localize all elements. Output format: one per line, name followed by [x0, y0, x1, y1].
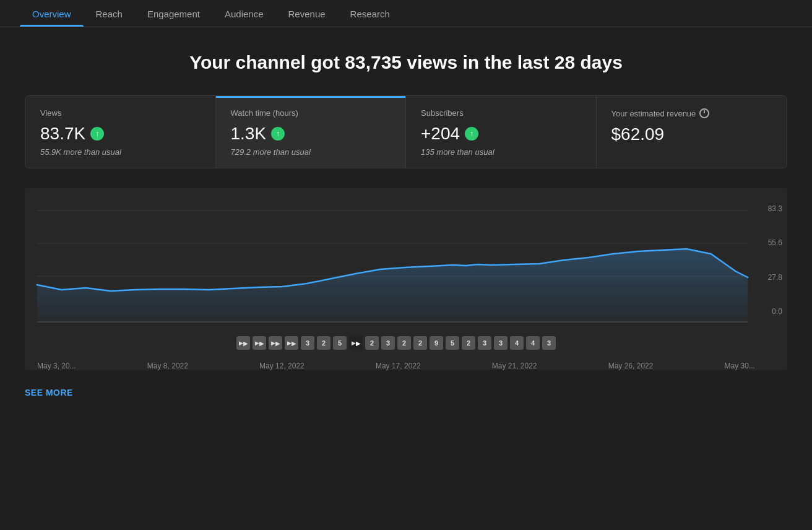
stat-change-subscribers: 135 more than usual	[421, 147, 581, 157]
main-nav: Overview Reach Engagement Audience Reven…	[0, 0, 812, 27]
x-label-3: May 17, 2022	[376, 362, 421, 370]
marker-17[interactable]: 4	[510, 336, 524, 350]
marker-6[interactable]: 5	[333, 336, 347, 350]
y-label-bot: 0.0	[760, 307, 782, 316]
chart-svg	[25, 198, 760, 334]
marker-5[interactable]: 2	[317, 336, 330, 350]
stat-value-watchtime: 1.3K ↑	[231, 124, 391, 144]
stat-label-views: Views	[40, 108, 201, 118]
x-label-0: May 3, 20...	[37, 362, 76, 370]
chart-container: 83.3 55.6 27.8 0.0 ▶▶▶▶325▶232295233443 …	[25, 188, 787, 370]
video-markers-row: ▶▶▶▶325▶232295233443	[25, 334, 787, 352]
stat-value-subscribers: +204 ↑	[421, 124, 581, 144]
marker-3[interactable]: ▶	[285, 336, 298, 350]
chart-svg-wrap: 83.3 55.6 27.8 0.0	[25, 198, 787, 334]
y-label-top: 83.3	[760, 204, 782, 213]
clock-icon	[699, 108, 709, 118]
stat-change-watchtime: 729.2 more than usual	[231, 147, 391, 157]
marker-11[interactable]: 2	[413, 336, 427, 350]
markers-list: ▶▶▶▶325▶232295233443	[37, 336, 755, 350]
up-arrow-subscribers: ↑	[465, 127, 478, 141]
marker-9[interactable]: 3	[381, 336, 395, 350]
x-label-4: May 21, 2022	[492, 362, 537, 370]
up-arrow-views: ↑	[90, 127, 104, 141]
nav-item-reach[interactable]: Reach	[84, 0, 135, 27]
nav-item-audience[interactable]: Audience	[212, 0, 276, 27]
marker-15[interactable]: 3	[478, 336, 491, 350]
stat-label-revenue: Your estimated revenue	[611, 108, 772, 118]
stat-value-views: 83.7K ↑	[40, 124, 201, 144]
stat-change-views: 55.9K more than usual	[40, 147, 201, 157]
nav-item-revenue[interactable]: Revenue	[276, 0, 338, 27]
x-label-5: May 26, 2022	[608, 362, 654, 370]
stat-card-views: Views 83.7K ↑ 55.9K more than usual	[25, 96, 216, 168]
y-label-mid2: 27.8	[760, 273, 782, 282]
marker-16[interactable]: 3	[494, 336, 508, 350]
marker-2[interactable]: ▶	[269, 336, 282, 350]
stat-label-watchtime: Watch time (hours)	[231, 108, 391, 118]
nav-item-engagement[interactable]: Engagement	[135, 0, 212, 27]
marker-1[interactable]: ▶	[253, 336, 266, 350]
x-label-1: May 8, 2022	[147, 362, 188, 370]
stat-label-subscribers: Subscribers	[421, 108, 581, 118]
marker-0[interactable]: ▶	[236, 336, 250, 350]
marker-10[interactable]: 2	[397, 336, 411, 350]
stat-cards: Views 83.7K ↑ 55.9K more than usual Watc…	[25, 95, 787, 168]
marker-4[interactable]: 3	[301, 336, 314, 350]
stat-value-revenue: $62.09	[611, 124, 772, 144]
chart-x-labels: May 3, 20... May 8, 2022 May 12, 2022 Ma…	[25, 357, 787, 370]
stat-card-watchtime: Watch time (hours) 1.3K ↑ 729.2 more tha…	[216, 96, 407, 168]
marker-12[interactable]: 9	[430, 336, 443, 350]
chart-y-labels: 83.3 55.6 27.8 0.0	[760, 198, 787, 334]
stat-card-subscribers: Subscribers +204 ↑ 135 more than usual	[406, 96, 597, 168]
hero-title: Your channel got 83,735 views in the las…	[25, 52, 787, 73]
marker-18[interactable]: 4	[526, 336, 540, 350]
marker-7[interactable]: ▶	[349, 336, 363, 350]
marker-8[interactable]: 2	[365, 336, 379, 350]
see-more-button[interactable]: SEE MORE	[25, 383, 787, 402]
marker-14[interactable]: 2	[462, 336, 475, 350]
stat-card-revenue: Your estimated revenue $62.09	[597, 96, 787, 168]
marker-19[interactable]: 3	[542, 336, 556, 350]
marker-13[interactable]: 5	[446, 336, 459, 350]
nav-item-overview[interactable]: Overview	[20, 0, 84, 27]
y-label-mid1: 55.6	[760, 238, 782, 247]
up-arrow-watchtime: ↑	[271, 127, 285, 141]
x-label-2: May 12, 2022	[259, 362, 304, 370]
main-content: Your channel got 83,735 views in the las…	[0, 27, 812, 415]
nav-item-research[interactable]: Research	[338, 0, 402, 27]
x-label-6: May 30...	[725, 362, 755, 370]
